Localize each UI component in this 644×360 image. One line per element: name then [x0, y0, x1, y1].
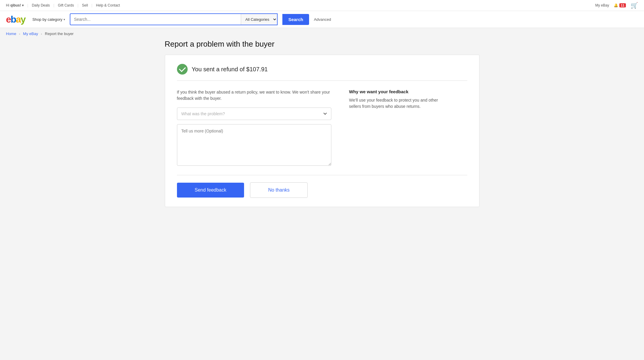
daily-deals-link[interactable]: Daily Deals [32, 3, 50, 7]
breadcrumb-sep-1: › [19, 32, 20, 36]
shop-by-category-label: Shop by category [32, 17, 62, 22]
logo-b: b [11, 14, 16, 25]
info-text: If you think the buyer abused a return p… [177, 89, 331, 102]
cart-icon: 🛒 [631, 2, 638, 9]
breadcrumb-current: Report the buyer [45, 31, 74, 36]
header: ebay Shop by category ▾ All Categories S… [0, 11, 644, 28]
breadcrumb-myebay[interactable]: My eBay [23, 31, 38, 36]
refund-text: You sent a refund of $107.91 [192, 66, 268, 73]
username-dropdown-arrow: ▾ [22, 3, 24, 7]
problem-select[interactable]: What was the problem? [177, 108, 331, 120]
tell-us-more-textarea[interactable] [177, 124, 331, 166]
breadcrumb-home[interactable]: Home [6, 31, 16, 36]
main-card: You sent a refund of $107.91 If you thin… [165, 55, 480, 207]
divider-4: | [91, 3, 92, 7]
myebay-link[interactable]: My eBay [595, 3, 609, 7]
category-select[interactable]: All Categories [241, 14, 277, 25]
send-feedback-button[interactable]: Send feedback [177, 183, 244, 198]
breadcrumb-sep-2: › [41, 32, 42, 36]
bottom-divider [177, 175, 467, 175]
action-buttons: Send feedback No thanks [177, 182, 467, 198]
refund-confirmed-row: You sent a refund of $107.91 [177, 64, 467, 75]
shop-by-category-link[interactable]: Shop by category ▾ [32, 17, 65, 22]
top-divider [177, 80, 467, 81]
top-bar-left: Hi qibus! ▾ | Daily Deals | Gift Cards |… [6, 3, 120, 7]
logo-y: y [20, 14, 25, 25]
search-button[interactable]: Search [282, 14, 309, 25]
no-thanks-button[interactable]: No thanks [250, 182, 308, 198]
form-left: If you think the buyer abused a return p… [177, 89, 331, 167]
form-section: If you think the buyer abused a return p… [177, 89, 467, 167]
top-bar: Hi qibus! ▾ | Daily Deals | Gift Cards |… [0, 0, 644, 11]
shop-by-category-arrow: ▾ [64, 18, 65, 21]
page-title: Report a problem with the buyer [165, 40, 480, 49]
why-feedback-title: Why we want your feedback [349, 89, 444, 94]
divider-2: | [53, 3, 54, 7]
check-circle-icon [177, 64, 188, 75]
username: qibus! [10, 3, 21, 7]
breadcrumb: Home › My eBay › Report the buyer [0, 28, 644, 40]
gift-cards-link[interactable]: Gift Cards [58, 3, 74, 7]
help-contact-link[interactable]: Help & Contact [96, 3, 120, 7]
username-link[interactable]: qibus! [10, 3, 21, 7]
main-content: Report a problem with the buyer You sent… [159, 40, 485, 219]
form-right: Why we want your feedback We'll use your… [349, 89, 444, 110]
sell-link[interactable]: Sell [82, 3, 88, 7]
notification-icon[interactable]: 🔔 11 [614, 3, 626, 7]
divider-1: | [27, 3, 28, 7]
search-input[interactable] [70, 14, 241, 25]
advanced-link[interactable]: Advanced [314, 17, 331, 22]
greeting-text: Hi qibus! ▾ [6, 3, 24, 7]
search-bar: All Categories [70, 13, 278, 25]
ebay-logo[interactable]: ebay [6, 14, 25, 25]
cart-link[interactable]: 🛒 [631, 2, 638, 9]
top-bar-right: My eBay 🔔 11 🛒 [595, 2, 638, 9]
divider-3: | [77, 3, 78, 7]
logo-e: e [6, 14, 11, 25]
logo-a: a [16, 14, 20, 25]
notification-badge: 11 [619, 3, 626, 7]
why-feedback-desc: We'll use your feedback to protect you a… [349, 97, 444, 110]
